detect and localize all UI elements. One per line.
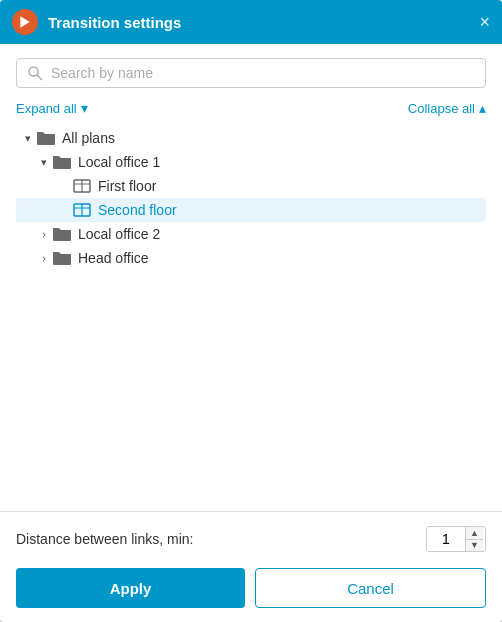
svg-marker-0 — [20, 16, 29, 28]
search-box — [16, 58, 486, 88]
close-button[interactable]: × — [479, 13, 490, 31]
tree-item-label: Head office — [78, 250, 149, 266]
spinner-up-button[interactable]: ▲ — [466, 527, 483, 540]
tree-item-label: All plans — [62, 130, 115, 146]
search-input[interactable] — [51, 65, 475, 81]
search-icon — [27, 65, 43, 81]
spinner-buttons: ▲ ▼ — [465, 527, 483, 551]
tree-item-label: Local office 1 — [78, 154, 160, 170]
floor-icon — [72, 202, 92, 218]
expand-collapse-row: Expand all Collapse all — [16, 100, 486, 116]
chevron-icon — [36, 226, 52, 242]
bottom-area: Distance between links, min: ▲ ▼ Apply C… — [0, 511, 502, 622]
play-icon — [18, 15, 32, 29]
main-content: Expand all Collapse all All plans Local … — [0, 44, 502, 511]
collapse-chevron-icon — [479, 100, 486, 116]
chevron-icon — [36, 154, 52, 170]
folder-icon — [52, 226, 72, 242]
tree-item-head-office[interactable]: Head office — [16, 246, 486, 270]
app-icon — [12, 9, 38, 35]
chevron-icon — [36, 250, 52, 266]
folder-icon — [36, 130, 56, 146]
distance-spinner[interactable]: ▲ ▼ — [426, 526, 486, 552]
distance-label: Distance between links, min: — [16, 531, 426, 547]
folder-icon — [52, 154, 72, 170]
distance-row: Distance between links, min: ▲ ▼ — [16, 526, 486, 552]
dialog-transition-settings: Transition settings × Expand all Collaps… — [0, 0, 502, 622]
tree-item-first-floor[interactable]: First floor — [16, 174, 486, 198]
cancel-button[interactable]: Cancel — [255, 568, 486, 608]
tree-item-all-plans[interactable]: All plans — [16, 126, 486, 150]
dialog-title: Transition settings — [48, 14, 479, 31]
tree-item-label: Local office 2 — [78, 226, 160, 242]
tree-item-local-office-2[interactable]: Local office 2 — [16, 222, 486, 246]
tree-item-label: First floor — [98, 178, 156, 194]
svg-point-1 — [29, 67, 38, 76]
button-row: Apply Cancel — [16, 568, 486, 608]
floor-icon — [72, 178, 92, 194]
tree-container: All plans Local office 1 First floor Sec… — [16, 126, 486, 497]
distance-value[interactable] — [427, 527, 465, 551]
tree-item-local-office-1[interactable]: Local office 1 — [16, 150, 486, 174]
collapse-all-link[interactable]: Collapse all — [408, 100, 486, 116]
svg-line-2 — [37, 75, 42, 80]
folder-icon — [52, 250, 72, 266]
expand-all-link[interactable]: Expand all — [16, 100, 88, 116]
spinner-down-button[interactable]: ▼ — [466, 540, 483, 552]
tree-item-label: Second floor — [98, 202, 177, 218]
apply-button[interactable]: Apply — [16, 568, 245, 608]
expand-chevron-icon — [81, 100, 88, 116]
titlebar: Transition settings × — [0, 0, 502, 44]
chevron-icon — [20, 130, 36, 146]
tree-item-second-floor[interactable]: Second floor — [16, 198, 486, 222]
